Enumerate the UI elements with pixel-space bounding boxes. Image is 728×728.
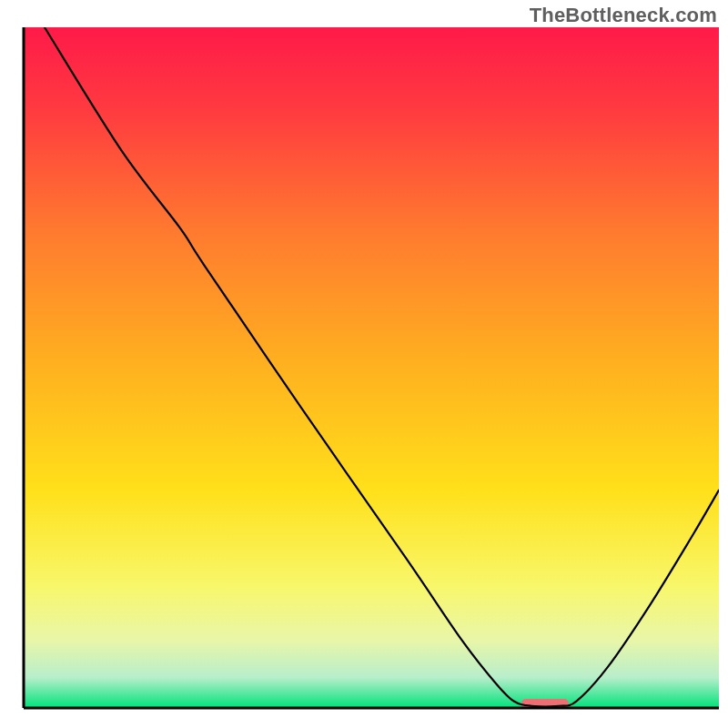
chart-stage: TheBottleneck.com bbox=[0, 0, 728, 728]
watermark-text: TheBottleneck.com bbox=[530, 4, 717, 27]
chart-canvas bbox=[0, 0, 728, 728]
gradient-background bbox=[24, 27, 719, 708]
